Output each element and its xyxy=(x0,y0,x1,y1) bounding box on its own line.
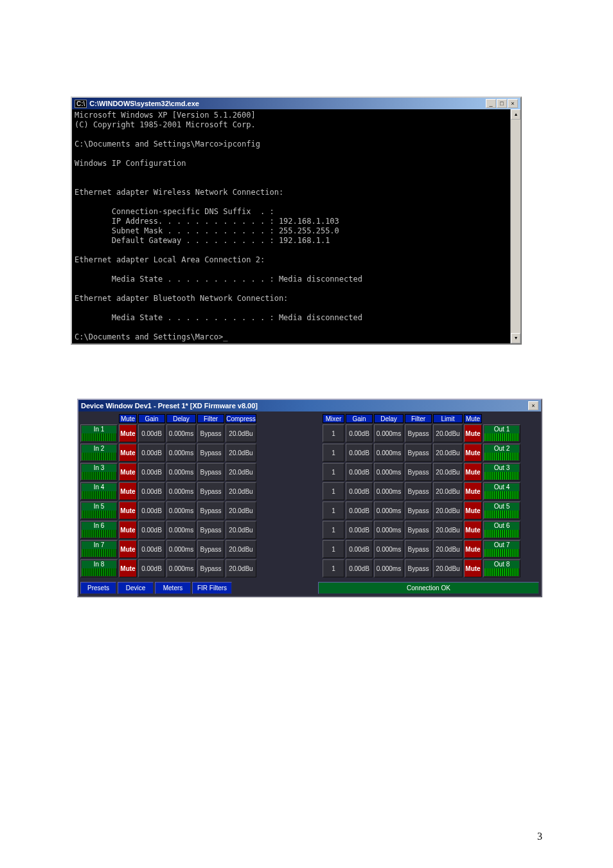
input-gain-button[interactable]: 0.00dB xyxy=(138,424,165,442)
presets-button[interactable]: Presets xyxy=(80,582,116,594)
input-filter-button[interactable]: Bypass xyxy=(197,424,224,442)
output-limit-button[interactable]: 20.0dBu xyxy=(433,502,463,520)
input-label[interactable]: In 6 xyxy=(80,521,118,539)
device-button[interactable]: Device xyxy=(118,582,154,594)
input-filter-button[interactable]: Bypass xyxy=(197,482,224,500)
input-mute-button[interactable]: Mute xyxy=(119,482,137,500)
input-mute-button[interactable]: Mute xyxy=(119,559,137,577)
input-compress-button[interactable]: 20.0dBu xyxy=(226,521,256,539)
output-filter-button[interactable]: Bypass xyxy=(405,559,432,577)
output-delay-button[interactable]: 0.000ms xyxy=(374,559,404,577)
input-delay-button[interactable]: 0.000ms xyxy=(166,521,196,539)
output-filter-button[interactable]: Bypass xyxy=(405,540,432,558)
input-compress-button[interactable]: 20.0dBu xyxy=(226,559,256,577)
output-mixer-button[interactable]: 1 xyxy=(323,444,344,462)
output-mixer-button[interactable]: 1 xyxy=(323,521,344,539)
input-mute-button[interactable]: Mute xyxy=(119,502,137,520)
input-label[interactable]: In 4 xyxy=(80,482,118,500)
input-delay-button[interactable]: 0.000ms xyxy=(166,424,196,442)
input-mute-button[interactable]: Mute xyxy=(119,424,137,442)
input-gain-button[interactable]: 0.00dB xyxy=(138,559,165,577)
output-delay-button[interactable]: 0.000ms xyxy=(374,444,404,462)
minimize-button[interactable]: _ xyxy=(486,99,496,108)
output-label[interactable]: Out 8 xyxy=(483,559,520,577)
input-filter-button[interactable]: Bypass xyxy=(197,502,224,520)
output-label[interactable]: Out 7 xyxy=(483,540,520,558)
scroll-up-icon[interactable]: ▴ xyxy=(511,109,520,120)
input-gain-button[interactable]: 0.00dB xyxy=(138,540,165,558)
input-filter-button[interactable]: Bypass xyxy=(197,463,224,481)
input-mute-button[interactable]: Mute xyxy=(119,444,137,462)
input-compress-button[interactable]: 20.0dBu xyxy=(226,463,256,481)
input-compress-button[interactable]: 20.0dBu xyxy=(226,424,256,442)
output-filter-button[interactable]: Bypass xyxy=(405,424,432,442)
input-label[interactable]: In 2 xyxy=(80,444,118,462)
output-filter-button[interactable]: Bypass xyxy=(405,444,432,462)
device-close-button[interactable]: × xyxy=(528,401,538,410)
input-delay-button[interactable]: 0.000ms xyxy=(166,559,196,577)
output-limit-button[interactable]: 20.0dBu xyxy=(433,482,463,500)
input-label[interactable]: In 7 xyxy=(80,540,118,558)
output-mute-button[interactable]: Mute xyxy=(464,540,482,558)
output-delay-button[interactable]: 0.000ms xyxy=(374,502,404,520)
output-mixer-button[interactable]: 1 xyxy=(323,482,344,500)
output-gain-button[interactable]: 0.00dB xyxy=(346,463,373,481)
output-mute-button[interactable]: Mute xyxy=(464,482,482,500)
cmd-scrollbar[interactable]: ▴ ▾ xyxy=(510,109,520,343)
output-limit-button[interactable]: 20.0dBu xyxy=(433,521,463,539)
input-delay-button[interactable]: 0.000ms xyxy=(166,482,196,500)
output-mute-button[interactable]: Mute xyxy=(464,502,482,520)
output-gain-button[interactable]: 0.00dB xyxy=(346,482,373,500)
output-label[interactable]: Out 4 xyxy=(483,482,520,500)
input-mute-button[interactable]: Mute xyxy=(119,463,137,481)
output-limit-button[interactable]: 20.0dBu xyxy=(433,463,463,481)
input-label[interactable]: In 5 xyxy=(80,502,118,520)
output-mixer-button[interactable]: 1 xyxy=(323,559,344,577)
output-limit-button[interactable]: 20.0dBu xyxy=(433,559,463,577)
output-gain-button[interactable]: 0.00dB xyxy=(346,540,373,558)
output-mute-button[interactable]: Mute xyxy=(464,559,482,577)
input-compress-button[interactable]: 20.0dBu xyxy=(226,540,256,558)
input-compress-button[interactable]: 20.0dBu xyxy=(226,444,256,462)
output-gain-button[interactable]: 0.00dB xyxy=(346,521,373,539)
input-gain-button[interactable]: 0.00dB xyxy=(138,463,165,481)
output-limit-button[interactable]: 20.0dBu xyxy=(433,444,463,462)
input-mute-button[interactable]: Mute xyxy=(119,521,137,539)
output-gain-button[interactable]: 0.00dB xyxy=(346,424,373,442)
input-filter-button[interactable]: Bypass xyxy=(197,559,224,577)
output-filter-button[interactable]: Bypass xyxy=(405,482,432,500)
input-gain-button[interactable]: 0.00dB xyxy=(138,482,165,500)
output-delay-button[interactable]: 0.000ms xyxy=(374,540,404,558)
input-label[interactable]: In 3 xyxy=(80,463,118,481)
input-delay-button[interactable]: 0.000ms xyxy=(166,540,196,558)
output-gain-button[interactable]: 0.00dB xyxy=(346,559,373,577)
close-button[interactable]: × xyxy=(508,99,518,108)
output-mixer-button[interactable]: 1 xyxy=(323,502,344,520)
output-filter-button[interactable]: Bypass xyxy=(405,502,432,520)
input-compress-button[interactable]: 20.0dBu xyxy=(226,502,256,520)
output-mixer-button[interactable]: 1 xyxy=(323,424,344,442)
output-label[interactable]: Out 2 xyxy=(483,444,520,462)
output-delay-button[interactable]: 0.000ms xyxy=(374,463,404,481)
output-gain-button[interactable]: 0.00dB xyxy=(346,444,373,462)
output-mixer-button[interactable]: 1 xyxy=(323,463,344,481)
input-label[interactable]: In 1 xyxy=(80,424,118,442)
input-gain-button[interactable]: 0.00dB xyxy=(138,521,165,539)
output-delay-button[interactable]: 0.000ms xyxy=(374,482,404,500)
input-filter-button[interactable]: Bypass xyxy=(197,540,224,558)
input-label[interactable]: In 8 xyxy=(80,559,118,577)
input-filter-button[interactable]: Bypass xyxy=(197,444,224,462)
fir-filters-button[interactable]: FIR Filters xyxy=(192,582,232,594)
output-label[interactable]: Out 3 xyxy=(483,463,520,481)
meters-button[interactable]: Meters xyxy=(155,582,191,594)
output-mute-button[interactable]: Mute xyxy=(464,424,482,442)
input-delay-button[interactable]: 0.000ms xyxy=(166,463,196,481)
input-delay-button[interactable]: 0.000ms xyxy=(166,444,196,462)
maximize-button[interactable]: □ xyxy=(497,99,507,108)
input-gain-button[interactable]: 0.00dB xyxy=(138,502,165,520)
output-limit-button[interactable]: 20.0dBu xyxy=(433,540,463,558)
input-filter-button[interactable]: Bypass xyxy=(197,521,224,539)
output-label[interactable]: Out 6 xyxy=(483,521,520,539)
input-compress-button[interactable]: 20.0dBu xyxy=(226,482,256,500)
output-gain-button[interactable]: 0.00dB xyxy=(346,502,373,520)
